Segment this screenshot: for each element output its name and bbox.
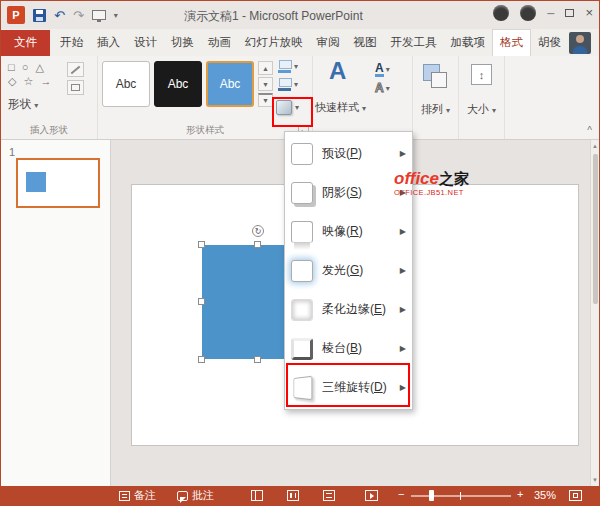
zoom-slider-thumb[interactable] [429,490,434,501]
group-arrange: 排列 ▾ [413,56,459,139]
shape-fill-button[interactable]: ▾ [278,60,298,73]
thumbnail-shape [26,172,46,192]
shape-effects-button[interactable]: ▾ [276,100,299,115]
redo-icon[interactable]: ↷ [73,9,84,22]
undo-icon[interactable]: ↶ [54,9,65,22]
scroll-up-icon[interactable]: ▲ [591,143,599,149]
shape-outline-button[interactable]: ▾ [278,78,298,91]
notes-button[interactable]: 备注 [119,486,156,505]
status-bar: 备注 批注 − + 35% [1,486,599,505]
tab-format[interactable]: 格式 [492,29,531,56]
styles-more-icon[interactable]: ▼ [258,93,273,107]
rotation-handle-icon[interactable]: ↻ [252,225,264,237]
menu-item-3d-rotation[interactable]: 三维旋转(D) ▶ [285,368,412,407]
tab-home[interactable]: 开始 [53,30,90,56]
text-fill-button[interactable]: A ▾ [375,62,390,77]
menu-item-shadow[interactable]: 阴影(S) ▶ [285,173,412,212]
resize-handle[interactable] [198,298,205,305]
shape-gallery-row[interactable]: ◇ ☆ → [8,75,53,88]
collapse-ribbon-icon[interactable]: ^ [587,125,592,136]
slide-thumbnail[interactable] [16,158,100,208]
tab-developer[interactable]: 开发工具 [384,30,444,56]
scroll-down-icon[interactable]: ▼ [591,477,599,483]
menu-item-soft-edges[interactable]: 柔化边缘(E) ▶ [285,290,412,329]
resize-handle[interactable] [198,356,205,363]
styles-scroll-up-icon[interactable]: ▲ [258,61,273,75]
fill-bucket-icon [278,60,291,73]
menu-item-preset[interactable]: 预设(P) ▶ [285,134,412,173]
vertical-scrollbar[interactable]: ▲ ▼ [590,140,599,486]
tab-transitions[interactable]: 切换 [164,30,201,56]
chevron-down-icon: ▾ [386,65,390,74]
app-badge-icon [493,5,509,21]
slideshow-view-button[interactable] [365,490,378,501]
customize-toolbar-arrow-icon[interactable]: ▾ [114,11,118,20]
close-button[interactable]: × [585,7,593,19]
submenu-arrow-icon: ▶ [400,227,406,236]
user-name[interactable]: 胡俊 [532,30,567,56]
zoom-level[interactable]: 35% [534,489,556,501]
submenu-arrow-icon: ▶ [400,344,406,353]
powerpoint-icon[interactable]: P [7,6,25,24]
chevron-down-icon: ▾ [446,106,450,115]
zoom-out-button[interactable]: − [398,488,404,500]
powerpoint-window: P ↶ ↷ ▾ 演示文稿1 - Microsoft PowerPoint ─ ×… [0,0,600,506]
shape-style-swatch[interactable]: Abc [102,61,150,107]
chevron-down-icon: ▾ [34,101,38,110]
comments-icon [177,491,188,501]
menu-item-reflection[interactable]: 映像(R) ▶ [285,212,412,251]
window-title: 演示文稿1 - Microsoft PowerPoint [184,8,363,25]
menu-item-bevel[interactable]: 棱台(B) ▶ [285,329,412,368]
quick-styles-button[interactable]: 快速样式 ▾ [315,100,366,115]
zoom-in-button[interactable]: + [517,488,523,500]
tab-file[interactable]: 文件 [1,30,50,56]
soft-edges-icon [291,299,313,321]
text-box-button[interactable] [67,80,84,95]
chevron-down-icon: ▾ [362,104,366,113]
slide-sorter-view-button[interactable] [287,490,299,501]
tab-addins[interactable]: 加载项 [444,30,493,56]
maximize-button[interactable] [565,9,574,17]
reading-view-button[interactable] [323,490,335,501]
title-bar: P ↶ ↷ ▾ 演示文稿1 - Microsoft PowerPoint ─ × [1,1,599,29]
group-insert-shapes: □ ○ △ ◇ ☆ → 形状 ▾ 插入形状 [1,56,98,139]
edit-shape-button[interactable] [67,62,84,77]
comments-button[interactable]: 批注 [177,486,214,505]
zoom-slider-track[interactable] [411,495,511,497]
shape-style-swatch[interactable]: Abc [154,61,202,107]
submenu-arrow-icon: ▶ [400,383,406,392]
user-avatar[interactable] [569,32,591,54]
shape-gallery-row[interactable]: □ ○ △ [8,61,46,74]
shape-style-swatch-selected[interactable]: Abc [206,61,254,107]
text-outline-button[interactable]: A ▾ [375,82,390,94]
save-icon[interactable] [33,9,46,22]
app-badge-icon [520,5,536,21]
styles-scroll-down-icon[interactable]: ▼ [258,77,273,91]
window-controls: ─ × [493,5,593,21]
arrange-button[interactable]: 排列 ▾ [413,102,458,117]
tab-slideshow[interactable]: 幻灯片放映 [238,30,310,56]
scrollbar-thumb[interactable] [593,154,598,304]
resize-handle[interactable] [254,241,261,248]
zoom-slider-notch [460,492,461,500]
tab-design[interactable]: 设计 [127,30,164,56]
shapes-button[interactable]: 形状 ▾ [8,97,38,112]
chevron-down-icon: ▾ [295,103,299,112]
fit-to-window-button[interactable] [569,490,582,501]
size-button[interactable]: 大小 ▾ [459,102,504,117]
normal-view-button[interactable] [251,490,263,501]
tab-animations[interactable]: 动画 [201,30,238,56]
tab-review[interactable]: 审阅 [310,30,347,56]
tab-view[interactable]: 视图 [347,30,384,56]
chevron-down-icon: ▾ [294,62,298,71]
group-shape-styles: Abc Abc Abc ▲ ▼ ▼ ▾ ▾ ▾ ↘ 形状样式 [98,56,313,139]
slideshow-icon[interactable] [92,10,106,20]
tab-insert[interactable]: 插入 [90,30,127,56]
resize-handle[interactable] [254,356,261,363]
submenu-arrow-icon: ▶ [400,149,406,158]
resize-handle[interactable] [198,241,205,248]
menu-item-glow[interactable]: 发光(G) ▶ [285,251,412,290]
ribbon: □ ○ △ ◇ ☆ → 形状 ▾ 插入形状 Abc Abc Abc ▲ ▼ ▼ … [1,56,599,140]
minimize-button[interactable]: ─ [547,8,554,19]
group-wordart-styles: A 快速样式 ▾ A ▾ A ▾ [313,56,413,139]
